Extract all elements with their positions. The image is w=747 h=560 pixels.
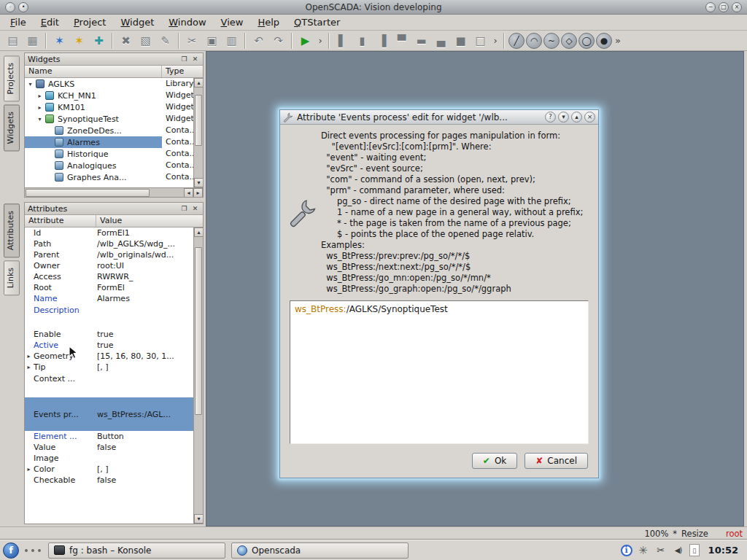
align-right-icon[interactable]: ▐ — [373, 32, 391, 50]
menu-view[interactable]: View — [214, 15, 251, 29]
tree-row[interactable]: Analogiques Conta... — [25, 160, 203, 171]
column-name[interactable]: Name — [25, 66, 162, 77]
widgets-panel-titlebar[interactable]: Widgets ❐ ✕ — [25, 53, 203, 66]
events-value-editor[interactable]: ws_BtPress:/AGLKS/SynoptiqueTest — [290, 300, 589, 444]
draw-besier-icon[interactable]: ~ — [543, 33, 560, 49]
ok-button[interactable]: ✔ Ok — [472, 453, 517, 469]
row-expander-icon[interactable]: ▸ — [25, 364, 33, 370]
menu-edit[interactable]: Edit — [34, 15, 66, 29]
attribute-row[interactable]: Image — [25, 453, 203, 464]
visual-item-properties-icon[interactable]: ▧ — [136, 32, 155, 50]
help-button[interactable]: ? — [545, 112, 556, 122]
save-to-db-icon[interactable]: ▦ — [23, 32, 42, 50]
volume-tray-icon[interactable]: ◀) — [672, 544, 685, 557]
menu-help[interactable]: Help — [250, 15, 287, 29]
scroll-up-icon[interactable]: ▴ — [194, 78, 203, 88]
sidebar-tab-widgets[interactable]: Widgets — [4, 104, 20, 151]
window-titlebar[interactable]: ◦ • OpenSCADA: Vision developing − □ × — [0, 0, 747, 15]
minimize-button[interactable]: − — [705, 2, 716, 12]
sidebar-tab-attributes[interactable]: Attributes — [4, 203, 20, 257]
taskbar-task-konsole[interactable]: fg : bash – Konsole — [48, 542, 225, 559]
float-panel-icon[interactable]: ❐ — [179, 55, 189, 64]
scrollbar-thumb[interactable] — [195, 95, 202, 146]
toolbar-extension-icon[interactable]: » — [614, 32, 622, 50]
float-panel-icon[interactable]: ❐ — [179, 204, 189, 214]
taskbar-task-openscada[interactable]: Openscada — [231, 542, 409, 559]
run-project-icon[interactable]: ▶ — [296, 32, 314, 50]
row-expander-icon[interactable]: ▸ — [25, 466, 33, 472]
window-sticky-icon[interactable]: • — [18, 2, 28, 12]
align-vcenter-icon[interactable]: ▬ — [412, 32, 430, 50]
tree-row[interactable]: ▾ SynoptiqueTest Widget — [25, 113, 203, 125]
new-library-icon[interactable]: ✶ — [70, 32, 88, 50]
attribute-row[interactable]: Owner root:UI — [25, 260, 203, 271]
widgets-vertical-scrollbar[interactable]: ▴ ▾ — [193, 78, 203, 187]
shade-button[interactable]: ▾ — [558, 112, 569, 122]
scrollbar-thumb[interactable] — [195, 247, 202, 415]
scroll-down-icon[interactable]: ▾ — [194, 178, 203, 187]
row-expander-icon[interactable]: ▸ — [25, 353, 33, 359]
undo-icon[interactable]: ↶ — [249, 32, 268, 50]
attribute-row[interactable]: Context ... — [25, 373, 203, 397]
menu-file[interactable]: File — [3, 15, 34, 29]
draw-line-icon[interactable]: ╱ — [508, 33, 525, 49]
menu-widget[interactable]: Widget — [113, 15, 161, 29]
close-panel-icon[interactable]: ✕ — [190, 55, 200, 64]
lower-widget-icon[interactable]: □ — [471, 32, 489, 50]
tree-row[interactable]: ▸ KCH_MN1 Widget — [25, 90, 203, 101]
klipper-tray-icon[interactable]: ✂ — [654, 544, 667, 557]
attribute-row[interactable]: Value false — [25, 442, 203, 453]
delete-visual-item-icon[interactable]: ✖ — [117, 32, 135, 50]
dialog-close-button[interactable]: × — [584, 112, 595, 122]
tree-expander-icon[interactable]: ▾ — [36, 116, 44, 122]
paste-icon[interactable]: ▥ — [222, 32, 241, 50]
align-left-icon[interactable]: ▌ — [333, 32, 352, 50]
tree-row[interactable]: ZoneDeDes... Conta... — [25, 125, 203, 136]
tree-expander-icon[interactable]: ▾ — [26, 81, 34, 88]
raise-widget-icon[interactable]: ■ — [452, 32, 470, 50]
attributes-vertical-scrollbar[interactable]: ▴ ▾ — [193, 228, 203, 524]
copy-icon[interactable]: ▣ — [203, 32, 221, 50]
draw-arc-icon[interactable]: ◠ — [526, 33, 542, 49]
new-visual-item-icon[interactable]: ✶ — [50, 32, 69, 50]
attribute-row[interactable]: ▸ Geometry [15, 16, 80, 30, 1... — [25, 351, 203, 362]
dialog-titlebar[interactable]: Attribute 'Events process' edit for widg… — [280, 110, 598, 125]
overflow-chevron-icon[interactable]: › — [491, 32, 500, 50]
attribute-row[interactable]: Checkable false — [25, 475, 203, 486]
draw-fill-icon[interactable]: ● — [596, 33, 612, 49]
cut-icon[interactable]: ✂ — [183, 32, 201, 50]
draw-polygon-icon[interactable]: ◇ — [561, 33, 577, 49]
sidebar-tab-projects[interactable]: Projects — [4, 55, 20, 101]
tree-expander-icon[interactable]: ▸ — [36, 104, 44, 111]
align-top-icon[interactable]: ▀ — [392, 32, 411, 50]
tree-row[interactable]: ▾ AGLKS Library — [25, 78, 203, 90]
align-bottom-icon[interactable]: ▄ — [432, 32, 450, 50]
attribute-row[interactable]: ▸ Tip [, ] — [25, 362, 203, 373]
column-attribute[interactable]: Attribute — [25, 215, 96, 227]
attribute-row[interactable]: Access RWRWR_ — [25, 271, 203, 282]
attribute-row[interactable]: Events pr... ws_BtPress:/AGL... — [25, 397, 203, 431]
attribute-row[interactable]: Enable true — [25, 329, 203, 340]
attribute-row[interactable]: Root FormEl — [25, 282, 203, 293]
overflow-chevron-icon[interactable]: › — [316, 32, 325, 50]
tree-row[interactable]: Alarmes Conta... — [25, 136, 203, 148]
unshade-button[interactable]: ▴ — [571, 112, 582, 122]
column-type[interactable]: Type — [162, 66, 203, 77]
scroll-right-icon[interactable]: ▸ — [193, 188, 203, 198]
menu-qtstarter[interactable]: QTStarter — [287, 15, 347, 29]
attribute-row[interactable]: Id FormEl1 — [25, 228, 203, 238]
launcher-icon[interactable]: f — [3, 542, 19, 559]
scroll-down-icon[interactable]: ▾ — [194, 514, 203, 524]
tree-row[interactable]: Graphes Ana... Conta... — [25, 171, 203, 183]
menu-window[interactable]: Window — [161, 15, 213, 29]
tree-row[interactable]: Historique Conta... — [25, 148, 203, 160]
attribute-row[interactable]: Active true — [25, 340, 203, 351]
pager-dots[interactable] — [25, 549, 41, 552]
attribute-row[interactable]: Path /wlb_AGLKS/wdg_... — [25, 238, 203, 249]
info-tray-icon[interactable]: i — [621, 545, 632, 556]
tree-row[interactable]: ▸ KM101 Widget — [25, 101, 203, 113]
visual-item-edit-icon[interactable]: ✎ — [156, 32, 174, 50]
attribute-row[interactable]: Element ... Button — [25, 431, 203, 442]
scroll-left-icon[interactable]: ◂ — [184, 188, 193, 198]
attribute-row[interactable]: Description — [25, 304, 203, 329]
